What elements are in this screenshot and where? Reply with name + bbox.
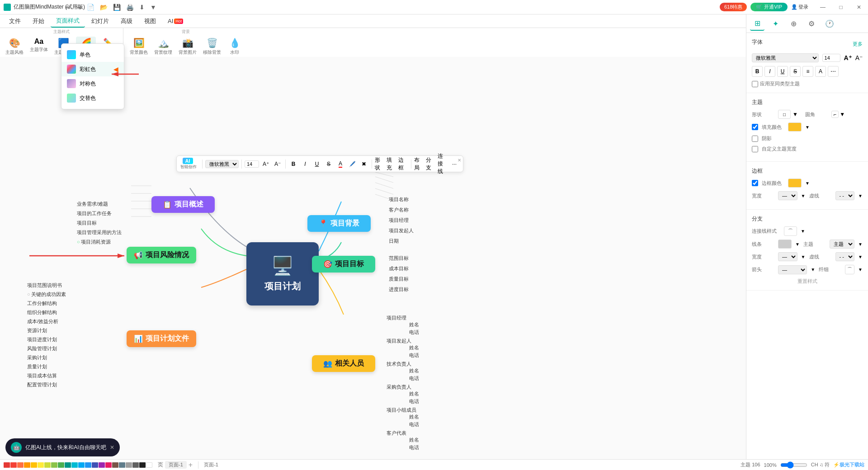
rpanel-tab-format[interactable]: ⊞	[750, 16, 764, 31]
leaf-jihua-1[interactable]: ○关键的成功因素	[27, 291, 66, 298]
font-dec-btn[interactable]: A⁻	[855, 54, 863, 61]
shadow-checkbox[interactable]	[752, 136, 758, 142]
border-width-select[interactable]: —	[778, 191, 797, 200]
color-cell-purple[interactable]	[99, 462, 105, 468]
central-node[interactable]: 🖥️ 项目计划	[246, 242, 319, 306]
format-toolbar-close[interactable]: ✕	[458, 158, 461, 163]
leaf-kh-tel[interactable]: 电话	[409, 444, 419, 451]
more-quick-btn[interactable]: ▼	[148, 3, 158, 12]
branch-main-select[interactable]: 主题	[830, 240, 854, 249]
shape-dropdown-btn[interactable]: ▼	[793, 111, 798, 118]
leaf-xz-tel[interactable]: 电话	[409, 421, 419, 428]
color-cell-dark-grey[interactable]	[132, 462, 139, 468]
toolbar-watermark[interactable]: 💧 水印	[225, 37, 245, 56]
maximize-btn[interactable]: □	[832, 0, 850, 14]
branch-line-color[interactable]	[778, 240, 792, 249]
color-cell-yellow[interactable]	[38, 462, 44, 468]
panel-strike-btn[interactable]: S	[790, 66, 801, 77]
branch-curve-dropdown[interactable]: ▼	[858, 267, 863, 272]
fill-color-swatch[interactable]	[788, 122, 802, 132]
color-option-rainbow[interactable]: 彩虹色 ◀	[61, 62, 124, 76]
branch-gaisu[interactable]: 📋 项目概述	[151, 196, 215, 213]
border-btn[interactable]: 边框	[398, 159, 408, 169]
color-option-alternate[interactable]: 交替色	[61, 91, 124, 105]
leaf-jihua-11[interactable]: 配置管理计划	[27, 381, 66, 388]
connect-btn[interactable]: 连接线	[438, 159, 448, 169]
color-cell-green[interactable]	[58, 462, 64, 468]
custom-width-checkbox[interactable]	[752, 146, 758, 152]
panel-align-btn[interactable]: ≡	[802, 66, 813, 77]
border-width-dropdown-btn[interactable]: ▼	[801, 193, 806, 198]
panel-bold-btn[interactable]: B	[752, 66, 763, 77]
leaf-gaisu-4[interactable]: ○项目消耗资源	[77, 239, 122, 245]
font-size-increase-btn[interactable]: A⁺	[261, 159, 271, 169]
menu-slideshow[interactable]: 幻灯片	[86, 15, 114, 27]
branch-curve-btn[interactable]: ⌒	[845, 265, 854, 274]
toolbar-remove-bg[interactable]: 🗑️ 移除背景	[200, 37, 224, 56]
dash-select[interactable]: - -	[835, 191, 855, 200]
color-cell-indigo[interactable]	[92, 462, 98, 468]
leaf-beijing-2[interactable]: 项目经理	[389, 217, 414, 224]
print-btn[interactable]: 🖨️	[124, 3, 136, 12]
leaf-pm-tel[interactable]: 电话	[409, 329, 419, 336]
save-btn[interactable]: 💾	[111, 3, 123, 12]
branch-width-dropdown[interactable]: ▼	[801, 254, 806, 259]
fill-checkbox[interactable]	[752, 124, 758, 130]
font-color-btn[interactable]: A	[335, 159, 345, 169]
leaf-cg-name[interactable]: 姓名	[409, 390, 419, 397]
fill-color-dropdown-btn[interactable]: ▼	[805, 125, 810, 130]
leaf-jihua-0[interactable]: 项目范围说明书	[27, 282, 66, 289]
page-tab-label[interactable]: 页面-1	[204, 461, 218, 468]
shape-select-btn[interactable]: □	[778, 110, 791, 119]
border-color-swatch[interactable]	[788, 179, 802, 188]
leaf-jihua-6[interactable]: 项目进度计划	[27, 336, 66, 343]
font-name-select[interactable]: 微软雅黑	[205, 160, 239, 168]
leaf-fqr-name[interactable]: 姓名	[409, 344, 419, 351]
undo-btn[interactable]: ↩	[63, 3, 72, 12]
leaf-gaisu-3[interactable]: 项目管理采用的方法	[77, 229, 122, 236]
font-size-input[interactable]	[245, 160, 259, 168]
branch-mubiao[interactable]: 🎯 项目目标	[312, 256, 375, 273]
corner-select-btn[interactable]: ⌐	[831, 111, 839, 118]
color-option-solid[interactable]: 单色	[61, 47, 124, 62]
color-cell-amber[interactable]	[31, 462, 37, 468]
leaf-tech-tel[interactable]: 电话	[409, 375, 419, 382]
add-page-btn[interactable]: +	[189, 461, 193, 469]
color-cell-orange-red[interactable]	[17, 462, 24, 468]
menu-advanced[interactable]: 高级	[115, 15, 138, 27]
apply-same-checkbox[interactable]	[752, 81, 758, 87]
font-more-btn[interactable]: 更多	[853, 41, 863, 47]
panel-more-font-btn[interactable]: ⋯	[828, 66, 839, 77]
leaf-jihua-5[interactable]: 资源计划	[27, 327, 66, 334]
color-cell-pink[interactable]	[105, 462, 112, 468]
branch-beijing[interactable]: 📍 项目背景	[307, 215, 371, 232]
leaf-mubiao-2[interactable]: 质量目标	[389, 276, 409, 282]
fill-btn[interactable]: 填充	[387, 159, 396, 169]
border-color-dropdown-btn[interactable]: ▼	[805, 181, 810, 186]
menu-view[interactable]: 视图	[139, 15, 161, 27]
corner-dropdown-btn[interactable]: ▼	[840, 111, 845, 118]
color-option-symmetric[interactable]: 对称色	[61, 76, 124, 91]
branch-jihua[interactable]: 📊 项目计划文件	[127, 330, 196, 347]
clear-format-btn[interactable]: ✖	[359, 159, 369, 169]
leaf-beijing-3[interactable]: 项目发起人	[389, 227, 414, 234]
italic-btn[interactable]: I	[300, 159, 310, 169]
zoom-slider[interactable]	[780, 461, 807, 469]
underline-btn[interactable]: U	[312, 159, 322, 169]
shape-btn[interactable]: 形状	[375, 159, 385, 169]
new-btn[interactable]: 📄	[85, 3, 96, 12]
leaf-jihua-4[interactable]: 成本/效益分析	[27, 318, 66, 325]
leaf-mubiao-3[interactable]: 进度目标	[389, 286, 409, 293]
toolbar-theme-font[interactable]: Aa 主题字体	[27, 37, 51, 56]
login-btn[interactable]: 👤 登录	[791, 4, 808, 10]
toolbar-bg-color[interactable]: 🖼️ 背景颜色	[127, 37, 151, 56]
panel-underline-btn[interactable]: U	[777, 66, 788, 77]
leaf-jihua-10[interactable]: 项目成本估算	[27, 372, 66, 379]
connect-style-dropdown[interactable]: ▼	[801, 229, 805, 234]
leaf-beijing-1[interactable]: 客户名称	[389, 207, 414, 213]
font-size-decrease-btn[interactable]: A⁻	[273, 159, 283, 169]
branch-arrow-dropdown[interactable]: ▼	[811, 267, 815, 272]
rpanel-tab-settings[interactable]: ⚙	[804, 16, 819, 31]
leaf-gaisu-0[interactable]: 业务需求/难题	[77, 201, 122, 207]
bold-btn[interactable]: B	[288, 159, 298, 169]
